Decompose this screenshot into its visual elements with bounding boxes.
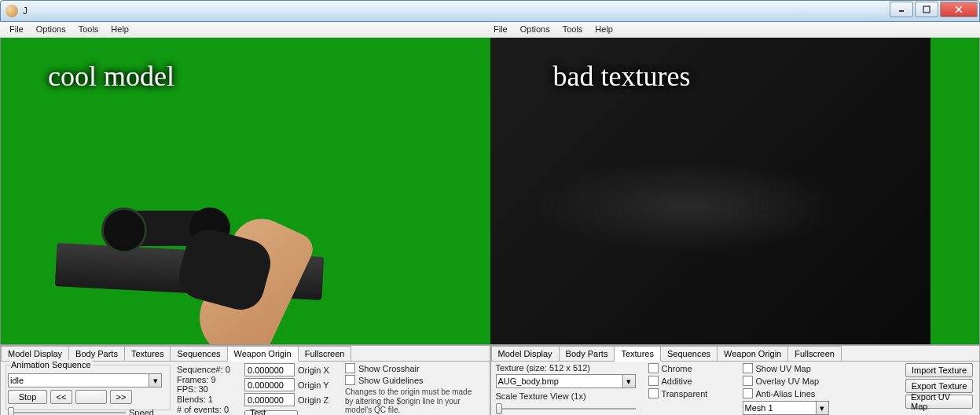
tab-weapon-origin-right[interactable]: Weapon Origin bbox=[717, 346, 788, 361]
seq-events: # of events: 0 bbox=[177, 405, 230, 415]
tab-sequences-right[interactable]: Sequences bbox=[660, 346, 718, 361]
tab-textures-right[interactable]: Textures bbox=[614, 346, 661, 362]
right-tabstrip: Model Display Body Parts Textures Sequen… bbox=[491, 346, 980, 362]
origin-x-label: Origin X bbox=[298, 365, 329, 375]
frame-field[interactable] bbox=[75, 390, 107, 404]
import-texture-button[interactable]: Import Texture bbox=[905, 363, 973, 377]
textures-panel: Texture (size: 512 x 512) AUG_body.bmp ▾… bbox=[491, 362, 980, 415]
origin-y-label: Origin Y bbox=[298, 380, 329, 390]
weapon-origin-panel: Animation Sequence idle ▾ Stop << >> Spe… bbox=[1, 362, 490, 415]
next-frame-button[interactable]: >> bbox=[110, 390, 132, 404]
tab-body-parts-left[interactable]: Body Parts bbox=[68, 346, 125, 361]
seq-number: Sequence#: 0 bbox=[177, 365, 230, 375]
origin-y-input[interactable]: 0.000000 bbox=[244, 378, 295, 391]
speed-slider[interactable] bbox=[8, 406, 126, 415]
anti-alias-checkbox[interactable]: Anti-Alias Lines bbox=[743, 388, 829, 398]
texture-flags: Chrome Additive Transparent bbox=[648, 363, 708, 398]
sequence-info: Sequence#: 0 Frames: 9 FPS: 30 Blends: 1… bbox=[177, 365, 230, 414]
uv-options: Show UV Map Overlay UV Map Anti-Alias Li… bbox=[743, 363, 829, 415]
export-texture-button[interactable]: Export Texture bbox=[905, 379, 973, 393]
prev-frame-button[interactable]: << bbox=[50, 390, 72, 404]
menu-bar: File Options Tools Help File Options Too… bbox=[0, 22, 980, 38]
tab-textures-left[interactable]: Textures bbox=[124, 346, 171, 361]
texture-file-value: AUG_body.bmp bbox=[498, 376, 559, 386]
overlay-uv-checkbox[interactable]: Overlay UV Map bbox=[743, 376, 829, 386]
close-button[interactable] bbox=[940, 2, 978, 17]
seq-frames: Frames: 9 bbox=[177, 375, 230, 385]
tab-sequences-left[interactable]: Sequences bbox=[170, 346, 227, 361]
animation-sequence-legend: Animation Sequence bbox=[9, 360, 93, 369]
chevron-down-icon: ▾ bbox=[149, 374, 161, 387]
mesh-value: Mesh 1 bbox=[745, 403, 773, 413]
origin-hint-text: Changes to the origin must be made by al… bbox=[345, 387, 479, 415]
panels-container: Model Display Body Parts Textures Sequen… bbox=[0, 344, 980, 415]
overlay-label-left: cool model bbox=[48, 60, 174, 93]
tab-body-parts-right[interactable]: Body Parts bbox=[559, 346, 615, 361]
seq-blends: Blends: 1 bbox=[177, 395, 230, 405]
chrome-checkbox[interactable]: Chrome bbox=[648, 363, 708, 373]
right-panel: Model Display Body Parts Textures Sequen… bbox=[490, 345, 981, 415]
origin-x-input[interactable]: 0.000000 bbox=[244, 363, 295, 376]
origin-options: Show Crosshair Show Guidelines Changes t… bbox=[345, 363, 479, 415]
speed-label: Speed bbox=[129, 408, 154, 415]
weapon-model bbox=[32, 171, 347, 344]
tab-model-display-left[interactable]: Model Display bbox=[1, 346, 69, 361]
menu-help-right[interactable]: Help bbox=[589, 22, 619, 36]
test-origins-button[interactable]: Test Origins bbox=[244, 410, 298, 415]
model-viewport[interactable]: cool model bbox=[1, 38, 490, 344]
texture-select-group: Texture (size: 512 x 512) AUG_body.bmp ▾… bbox=[496, 363, 637, 415]
tab-weapon-origin-left[interactable]: Weapon Origin bbox=[227, 346, 299, 362]
menu-help-left[interactable]: Help bbox=[105, 22, 135, 37]
texture-viewport[interactable]: bad textures bbox=[490, 38, 980, 344]
scale-texture-slider[interactable] bbox=[496, 402, 636, 415]
menu-options-right[interactable]: Options bbox=[514, 22, 556, 36]
origin-z-input[interactable]: 0.000000 bbox=[244, 393, 295, 406]
minimize-button[interactable] bbox=[890, 2, 913, 17]
origin-z-label: Origin Z bbox=[298, 395, 329, 405]
export-uv-button[interactable]: Export UV Map bbox=[905, 395, 973, 409]
mesh-select[interactable]: Mesh 1 ▾ bbox=[743, 401, 829, 415]
show-uv-checkbox[interactable]: Show UV Map bbox=[743, 363, 829, 373]
texture-file-select[interactable]: AUG_body.bmp ▾ bbox=[496, 374, 636, 388]
menu-file-left[interactable]: File bbox=[3, 22, 30, 37]
texture-buttons: Import Texture Export Texture Export UV … bbox=[905, 363, 973, 409]
show-crosshair-checkbox[interactable]: Show Crosshair bbox=[345, 363, 479, 373]
animation-sequence-group: Animation Sequence idle ▾ Stop << >> Spe… bbox=[6, 365, 171, 410]
viewport-container: cool model bad textures bbox=[0, 38, 980, 344]
app-icon bbox=[6, 5, 18, 17]
sequence-select[interactable]: idle ▾ bbox=[8, 373, 162, 387]
left-panel: Model Display Body Parts Textures Sequen… bbox=[0, 345, 490, 415]
sequence-value: idle bbox=[10, 376, 24, 385]
window-title: J bbox=[23, 6, 28, 17]
scale-texture-label: Scale Texture View (1x) bbox=[496, 391, 637, 401]
menu-options-left[interactable]: Options bbox=[30, 22, 72, 37]
menu-tools-left[interactable]: Tools bbox=[72, 22, 105, 37]
window-buttons bbox=[888, 2, 978, 17]
maximize-button[interactable] bbox=[915, 2, 938, 17]
menu-file-right[interactable]: File bbox=[487, 22, 514, 36]
stop-button[interactable]: Stop bbox=[8, 390, 47, 404]
title-bar: J bbox=[0, 0, 980, 22]
origin-inputs: 0.000000 Origin X 0.000000 Origin Y 0.00… bbox=[244, 363, 329, 415]
tab-fullscreen-left[interactable]: Fullscreen bbox=[298, 346, 352, 361]
tab-fullscreen-right[interactable]: Fullscreen bbox=[787, 346, 842, 361]
tab-model-display-right[interactable]: Model Display bbox=[491, 346, 560, 361]
texture-size-label: Texture (size: 512 x 512) bbox=[496, 363, 637, 373]
svg-rect-1 bbox=[923, 6, 930, 13]
chevron-down-icon: ▾ bbox=[622, 375, 635, 387]
transparent-checkbox[interactable]: Transparent bbox=[648, 388, 708, 398]
chevron-down-icon: ▾ bbox=[816, 402, 828, 414]
left-tabstrip: Model Display Body Parts Textures Sequen… bbox=[1, 346, 490, 362]
show-guidelines-checkbox[interactable]: Show Guidelines bbox=[345, 375, 479, 385]
overlay-label-right: bad textures bbox=[553, 60, 691, 93]
menu-tools-right[interactable]: Tools bbox=[556, 22, 589, 36]
additive-checkbox[interactable]: Additive bbox=[648, 376, 708, 386]
seq-fps: FPS: 30 bbox=[177, 384, 230, 395]
